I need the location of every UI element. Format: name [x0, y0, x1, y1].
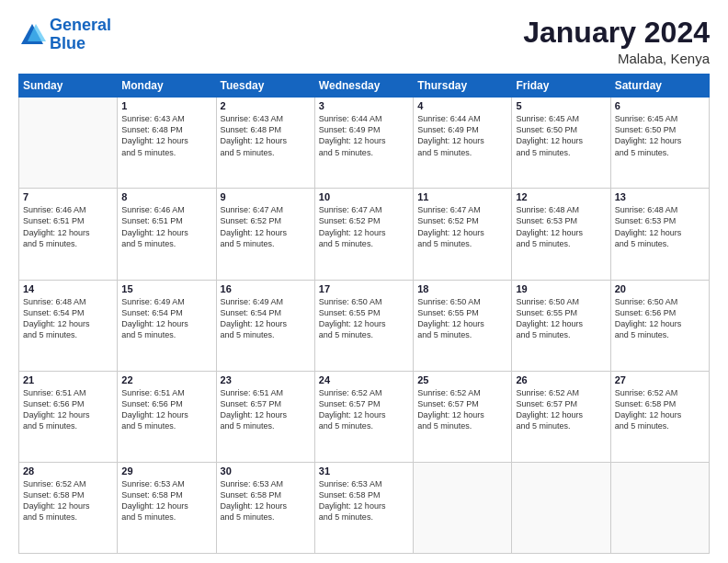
day-info: Sunrise: 6:50 AM Sunset: 6:56 PM Dayligh…: [615, 296, 705, 341]
table-row: 24Sunrise: 6:52 AM Sunset: 6:57 PM Dayli…: [314, 371, 413, 462]
day-number: 9: [221, 191, 311, 202]
day-number: 15: [121, 283, 211, 294]
table-row: 20Sunrise: 6:50 AM Sunset: 6:56 PM Dayli…: [610, 280, 709, 371]
day-info: Sunrise: 6:47 AM Sunset: 6:52 PM Dayligh…: [417, 204, 507, 249]
day-number: 13: [615, 191, 705, 202]
day-info: Sunrise: 6:49 AM Sunset: 6:54 PM Dayligh…: [121, 296, 211, 341]
location: Malaba, Kenya: [523, 51, 710, 66]
table-row: 31Sunrise: 6:53 AM Sunset: 6:58 PM Dayli…: [314, 462, 413, 553]
table-row: 15Sunrise: 6:49 AM Sunset: 6:54 PM Dayli…: [118, 280, 216, 371]
day-info: Sunrise: 6:43 AM Sunset: 6:48 PM Dayligh…: [121, 113, 211, 158]
day-info: Sunrise: 6:47 AM Sunset: 6:52 PM Dayligh…: [319, 204, 409, 249]
page: General Blue January 2024 Malaba, Kenya …: [0, 0, 728, 563]
day-info: Sunrise: 6:46 AM Sunset: 6:51 PM Dayligh…: [23, 204, 113, 249]
day-number: 17: [319, 283, 409, 294]
table-row: 3Sunrise: 6:44 AM Sunset: 6:49 PM Daylig…: [314, 98, 413, 189]
calendar-header-row: Sunday Monday Tuesday Wednesday Thursday…: [19, 75, 710, 98]
table-row: 22Sunrise: 6:51 AM Sunset: 6:56 PM Dayli…: [118, 371, 216, 462]
table-row: 12Sunrise: 6:48 AM Sunset: 6:53 PM Dayli…: [512, 189, 610, 280]
day-info: Sunrise: 6:53 AM Sunset: 6:58 PM Dayligh…: [121, 478, 211, 523]
day-info: Sunrise: 6:45 AM Sunset: 6:50 PM Dayligh…: [516, 113, 606, 158]
day-number: 27: [615, 374, 705, 385]
day-number: 29: [121, 465, 211, 477]
day-info: Sunrise: 6:49 AM Sunset: 6:54 PM Dayligh…: [221, 296, 311, 341]
day-info: Sunrise: 6:48 AM Sunset: 6:54 PM Dayligh…: [23, 296, 113, 341]
day-info: Sunrise: 6:53 AM Sunset: 6:58 PM Dayligh…: [319, 478, 409, 523]
col-sunday: Sunday: [19, 75, 118, 98]
calendar-week-row: 28Sunrise: 6:52 AM Sunset: 6:58 PM Dayli…: [19, 462, 710, 553]
day-info: Sunrise: 6:50 AM Sunset: 6:55 PM Dayligh…: [516, 296, 606, 341]
table-row: 19Sunrise: 6:50 AM Sunset: 6:55 PM Dayli…: [512, 280, 610, 371]
day-info: Sunrise: 6:43 AM Sunset: 6:48 PM Dayligh…: [221, 113, 311, 158]
day-info: Sunrise: 6:52 AM Sunset: 6:58 PM Dayligh…: [615, 387, 705, 432]
day-number: 16: [221, 283, 311, 294]
table-row: 29Sunrise: 6:53 AM Sunset: 6:58 PM Dayli…: [118, 462, 216, 553]
day-info: Sunrise: 6:45 AM Sunset: 6:50 PM Dayligh…: [615, 113, 705, 158]
day-number: 18: [417, 283, 507, 294]
day-number: 6: [615, 100, 705, 111]
table-row: 6Sunrise: 6:45 AM Sunset: 6:50 PM Daylig…: [610, 98, 709, 189]
table-row: 26Sunrise: 6:52 AM Sunset: 6:57 PM Dayli…: [512, 371, 610, 462]
day-number: 22: [121, 374, 211, 385]
day-info: Sunrise: 6:44 AM Sunset: 6:49 PM Dayligh…: [417, 113, 507, 158]
calendar-week-row: 1Sunrise: 6:43 AM Sunset: 6:48 PM Daylig…: [19, 98, 710, 189]
table-row: 21Sunrise: 6:51 AM Sunset: 6:56 PM Dayli…: [19, 371, 118, 462]
calendar-week-row: 14Sunrise: 6:48 AM Sunset: 6:54 PM Dayli…: [19, 280, 710, 371]
day-info: Sunrise: 6:53 AM Sunset: 6:58 PM Dayligh…: [221, 478, 311, 523]
day-info: Sunrise: 6:51 AM Sunset: 6:56 PM Dayligh…: [23, 387, 113, 432]
day-number: 5: [516, 100, 606, 111]
day-number: 28: [23, 465, 113, 477]
table-row: 25Sunrise: 6:52 AM Sunset: 6:57 PM Dayli…: [414, 371, 512, 462]
main-title: January 2024: [523, 17, 710, 49]
day-number: 11: [417, 191, 507, 202]
table-row: 11Sunrise: 6:47 AM Sunset: 6:52 PM Dayli…: [414, 189, 512, 280]
logo: General Blue: [18, 17, 111, 53]
table-row: 5Sunrise: 6:45 AM Sunset: 6:50 PM Daylig…: [512, 98, 610, 189]
table-row: 8Sunrise: 6:46 AM Sunset: 6:51 PM Daylig…: [118, 189, 216, 280]
table-row: [512, 462, 610, 553]
day-info: Sunrise: 6:52 AM Sunset: 6:58 PM Dayligh…: [23, 478, 113, 523]
day-number: 8: [121, 191, 211, 202]
table-row: 18Sunrise: 6:50 AM Sunset: 6:55 PM Dayli…: [414, 280, 512, 371]
table-row: [610, 462, 709, 553]
day-number: 10: [319, 191, 409, 202]
table-row: 13Sunrise: 6:48 AM Sunset: 6:53 PM Dayli…: [610, 189, 709, 280]
col-monday: Monday: [118, 75, 216, 98]
day-number: 19: [516, 283, 606, 294]
col-friday: Friday: [512, 75, 610, 98]
logo-icon: [18, 21, 46, 49]
table-row: 9Sunrise: 6:47 AM Sunset: 6:52 PM Daylig…: [216, 189, 314, 280]
table-row: 4Sunrise: 6:44 AM Sunset: 6:49 PM Daylig…: [414, 98, 512, 189]
day-number: 7: [23, 191, 113, 202]
header: General Blue January 2024 Malaba, Kenya: [18, 17, 710, 66]
day-number: 12: [516, 191, 606, 202]
table-row: 2Sunrise: 6:43 AM Sunset: 6:48 PM Daylig…: [216, 98, 314, 189]
day-info: Sunrise: 6:52 AM Sunset: 6:57 PM Dayligh…: [516, 387, 606, 432]
calendar-table: Sunday Monday Tuesday Wednesday Thursday…: [18, 74, 710, 554]
day-number: 4: [417, 100, 507, 111]
day-info: Sunrise: 6:46 AM Sunset: 6:51 PM Dayligh…: [121, 204, 211, 249]
day-number: 31: [319, 465, 409, 477]
table-row: 17Sunrise: 6:50 AM Sunset: 6:55 PM Dayli…: [314, 280, 413, 371]
table-row: 16Sunrise: 6:49 AM Sunset: 6:54 PM Dayli…: [216, 280, 314, 371]
table-row: 27Sunrise: 6:52 AM Sunset: 6:58 PM Dayli…: [610, 371, 709, 462]
col-tuesday: Tuesday: [216, 75, 314, 98]
table-row: 10Sunrise: 6:47 AM Sunset: 6:52 PM Dayli…: [314, 189, 413, 280]
table-row: 1Sunrise: 6:43 AM Sunset: 6:48 PM Daylig…: [118, 98, 216, 189]
day-info: Sunrise: 6:48 AM Sunset: 6:53 PM Dayligh…: [516, 204, 606, 249]
day-info: Sunrise: 6:44 AM Sunset: 6:49 PM Dayligh…: [319, 113, 409, 158]
day-info: Sunrise: 6:51 AM Sunset: 6:57 PM Dayligh…: [221, 387, 311, 432]
day-info: Sunrise: 6:47 AM Sunset: 6:52 PM Dayligh…: [221, 204, 311, 249]
calendar-week-row: 21Sunrise: 6:51 AM Sunset: 6:56 PM Dayli…: [19, 371, 710, 462]
table-row: [19, 98, 118, 189]
day-number: 20: [615, 283, 705, 294]
day-number: 30: [221, 465, 311, 477]
day-info: Sunrise: 6:52 AM Sunset: 6:57 PM Dayligh…: [319, 387, 409, 432]
day-number: 24: [319, 374, 409, 385]
table-row: 7Sunrise: 6:46 AM Sunset: 6:51 PM Daylig…: [19, 189, 118, 280]
col-saturday: Saturday: [610, 75, 709, 98]
table-row: 14Sunrise: 6:48 AM Sunset: 6:54 PM Dayli…: [19, 280, 118, 371]
calendar-week-row: 7Sunrise: 6:46 AM Sunset: 6:51 PM Daylig…: [19, 189, 710, 280]
day-info: Sunrise: 6:52 AM Sunset: 6:57 PM Dayligh…: [417, 387, 507, 432]
col-thursday: Thursday: [414, 75, 512, 98]
